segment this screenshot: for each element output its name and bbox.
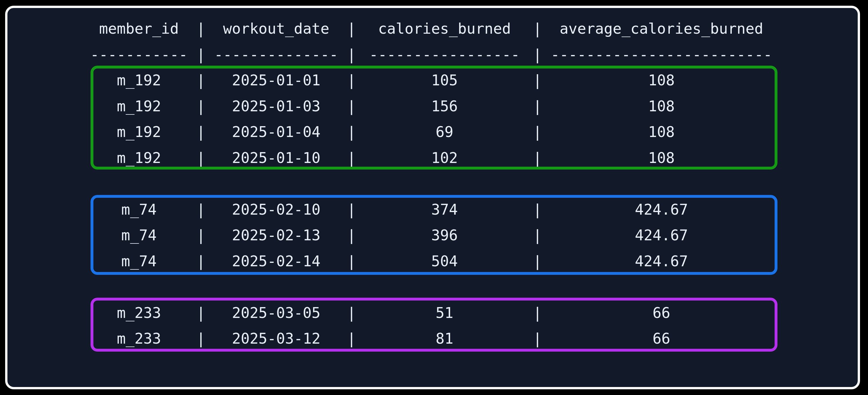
separator-cell-2: -----------------: [356, 46, 533, 63]
row-member-m_233-group-1-cell-1: 2025-03-12: [205, 330, 347, 347]
header-cell-2: calories_burned: [356, 20, 533, 37]
column-separator-pipe: |: [196, 149, 205, 166]
row-member-m_233-group-0-cell-2: 51: [356, 304, 533, 321]
column-separator-pipe: |: [533, 149, 542, 166]
column-separator-pipe: |: [196, 72, 205, 89]
screen: member_id|workout_date|calories_burned|a…: [0, 0, 868, 395]
column-separator-pipe: |: [347, 330, 356, 347]
row-member-m_192-group-0-cell-2: 105: [356, 72, 533, 89]
row-member-m_192-group-3-cell-0: m_192: [82, 149, 196, 166]
column-separator-pipe: |: [347, 46, 356, 63]
row-member-m_74-group-2-cell-0: m_74: [82, 253, 196, 270]
column-separator-pipe: |: [347, 20, 356, 37]
row-member-m_74-group-1-cell-3: 424.67: [542, 227, 781, 244]
row-member-m_192-group-2-cell-1: 2025-01-04: [205, 123, 347, 140]
blank-line: [82, 274, 781, 300]
header-cell-3: average_calories_burned: [542, 20, 781, 37]
row-member-m_74-group-1-cell-2: 396: [356, 227, 533, 244]
row-member-m_74-group-2-cell-2: 504: [356, 253, 533, 270]
column-separator-pipe: |: [347, 72, 356, 89]
column-separator-pipe: |: [533, 201, 542, 218]
column-separator-pipe: |: [533, 304, 542, 321]
row-member-m_192-group-2-cell-0: m_192: [82, 123, 196, 140]
query-result-table: member_id|workout_date|calories_burned|a…: [82, 16, 781, 352]
header-cell-0: member_id: [82, 20, 196, 37]
column-separator-pipe: |: [533, 123, 542, 140]
blank-line: [82, 171, 781, 197]
column-separator-pipe: |: [196, 123, 205, 140]
row-member-m_74-group-1-line: m_74|2025-02-13|396|424.67: [82, 222, 781, 248]
separator-line: -----------|--------------|-------------…: [82, 42, 781, 68]
row-member-m_74-group-1-cell-0: m_74: [82, 227, 196, 244]
row-member-m_74-group-2-cell-3: 424.67: [542, 253, 781, 270]
row-member-m_192-group-0-cell-3: 108: [542, 72, 781, 89]
row-member-m_192-group-3-cell-3: 108: [542, 149, 781, 166]
row-member-m_192-group-0-line: m_192|2025-01-01|105|108: [82, 67, 781, 93]
column-separator-pipe: |: [533, 330, 542, 347]
row-member-m_192-group-1-cell-2: 156: [356, 98, 533, 115]
row-member-m_233-group-1-cell-0: m_233: [82, 330, 196, 347]
column-separator-pipe: |: [347, 149, 356, 166]
column-separator-pipe: |: [196, 330, 205, 347]
column-separator-pipe: |: [196, 304, 205, 321]
row-member-m_192-group-3-cell-2: 102: [356, 149, 533, 166]
column-separator-pipe: |: [347, 201, 356, 218]
row-member-m_74-group-2-line: m_74|2025-02-14|504|424.67: [82, 248, 781, 274]
row-member-m_192-group-1-cell-1: 2025-01-03: [205, 98, 347, 115]
column-separator-pipe: |: [196, 253, 205, 270]
column-separator-pipe: |: [533, 72, 542, 89]
row-member-m_192-group-2-line: m_192|2025-01-04|69|108: [82, 119, 781, 145]
row-member-m_192-group-2-cell-2: 69: [356, 123, 533, 140]
row-member-m_233-group-1-cell-3: 66: [542, 330, 781, 347]
row-member-m_192-group-1-cell-3: 108: [542, 98, 781, 115]
row-member-m_192-group-3-cell-1: 2025-01-10: [205, 149, 347, 166]
column-separator-pipe: |: [347, 227, 356, 244]
header-line: member_id|workout_date|calories_burned|a…: [82, 16, 781, 42]
column-separator-pipe: |: [196, 98, 205, 115]
column-separator-pipe: |: [533, 253, 542, 270]
row-member-m_192-group-1-line: m_192|2025-01-03|156|108: [82, 93, 781, 119]
row-member-m_74-group-1-cell-1: 2025-02-13: [205, 227, 347, 244]
column-separator-pipe: |: [533, 46, 542, 63]
column-separator-pipe: |: [533, 20, 542, 37]
column-separator-pipe: |: [533, 227, 542, 244]
header-cell-1: workout_date: [205, 20, 347, 37]
row-member-m_74-group-0-cell-2: 374: [356, 201, 533, 218]
column-separator-pipe: |: [196, 201, 205, 218]
column-separator-pipe: |: [347, 123, 356, 140]
row-member-m_233-group-0-cell-0: m_233: [82, 304, 196, 321]
column-separator-pipe: |: [196, 20, 205, 37]
row-member-m_74-group-2-cell-1: 2025-02-14: [205, 253, 347, 270]
row-member-m_192-group-0-cell-0: m_192: [82, 72, 196, 89]
row-member-m_192-group-0-cell-1: 2025-01-01: [205, 72, 347, 89]
row-member-m_192-group-1-cell-0: m_192: [82, 98, 196, 115]
column-separator-pipe: |: [347, 253, 356, 270]
row-member-m_192-group-3-line: m_192|2025-01-10|102|108: [82, 145, 781, 171]
row-member-m_74-group-0-line: m_74|2025-02-10|374|424.67: [82, 197, 781, 223]
row-member-m_233-group-1-cell-2: 81: [356, 330, 533, 347]
row-member-m_233-group-1-line: m_233|2025-03-12|81|66: [82, 326, 781, 352]
separator-cell-3: -------------------------: [542, 46, 781, 63]
column-separator-pipe: |: [533, 98, 542, 115]
separator-cell-1: --------------: [205, 46, 347, 63]
column-separator-pipe: |: [196, 227, 205, 244]
row-member-m_192-group-2-cell-3: 108: [542, 123, 781, 140]
column-separator-pipe: |: [347, 98, 356, 115]
column-separator-pipe: |: [347, 304, 356, 321]
row-member-m_233-group-0-line: m_233|2025-03-05|51|66: [82, 300, 781, 326]
row-member-m_74-group-0-cell-3: 424.67: [542, 201, 781, 218]
row-member-m_74-group-0-cell-1: 2025-02-10: [205, 201, 347, 218]
row-member-m_233-group-0-cell-3: 66: [542, 304, 781, 321]
separator-cell-0: -----------: [82, 46, 196, 63]
row-member-m_74-group-0-cell-0: m_74: [82, 201, 196, 218]
row-member-m_233-group-0-cell-1: 2025-03-05: [205, 304, 347, 321]
column-separator-pipe: |: [196, 46, 205, 63]
